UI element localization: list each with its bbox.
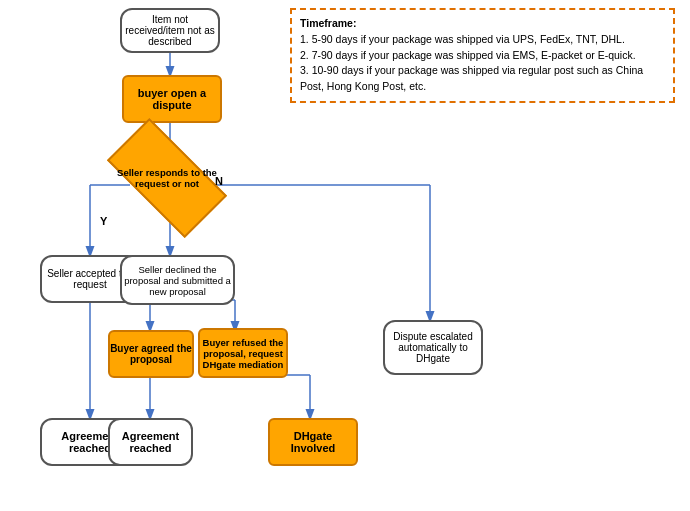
timeframe-point-2: 2. 7-90 days if your package was shipped… <box>300 49 636 61</box>
flowchart: Timeframe: 1. 5-90 days if your package … <box>0 0 690 511</box>
buyer-open-dispute-node: buyer open a dispute <box>122 75 222 123</box>
agreement-reached-2-node: Agreement reached <box>108 418 193 466</box>
timeframe-title: Timeframe: <box>300 17 356 29</box>
timeframe-point-1: 1. 5-90 days if your package was shipped… <box>300 33 625 45</box>
dhgate-involved-node: DHgate Involved <box>268 418 358 466</box>
timeframe-point-3: 3. 10-90 days if your package was shippe… <box>300 64 643 92</box>
y-label: Y <box>100 215 107 227</box>
buyer-agreed-node: Buyer agreed the proposal <box>108 330 194 378</box>
seller-declined-node: Seller declined the proposal and submitt… <box>120 255 235 305</box>
buyer-refused-node: Buyer refused the proposal, request DHga… <box>198 328 288 378</box>
n-label: N <box>215 175 223 187</box>
item-not-received-node: Item not received/item not as described <box>120 8 220 53</box>
timeframe-box: Timeframe: 1. 5-90 days if your package … <box>290 8 675 103</box>
dispute-escalated-node: Dispute escalated automatically to DHgat… <box>383 320 483 375</box>
